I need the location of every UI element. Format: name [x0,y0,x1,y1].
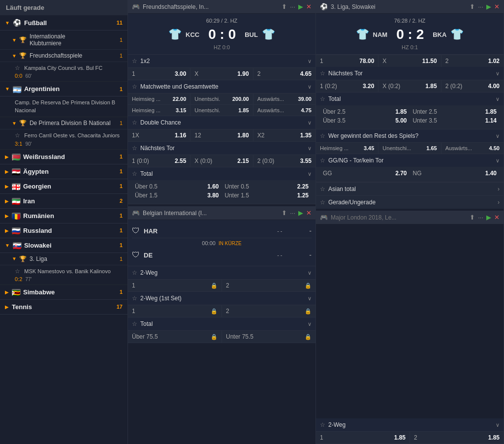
sidebar-item-agypten[interactable]: ▶ 🇪🇬 Ägypten 1 [0,164,127,179]
odds-cell[interactable]: 1 3.00 [128,68,190,80]
total-cell[interactable]: Unter 3.5 1.14 [410,117,500,124]
star-icon[interactable]: ☆ [132,320,137,327]
odds-cell[interactable]: Auswärts... 4.50 [441,143,504,154]
odds-cell[interactable]: X (0:2) 1.85 [378,80,441,92]
odds-cell[interactable]: X (0:0) 2.15 [190,155,253,167]
section-header-matchwette[interactable]: ☆ Matchwette und Gesamtwette ∨ [128,80,315,93]
star-icon[interactable]: ☆ [15,64,20,71]
odds-cell[interactable]: X2 1.35 [253,129,315,141]
sidebar-item-weissrussland[interactable]: ▶ 🇧🇾 Weißrussland 1 [0,150,127,164]
total-cell[interactable]: Unter 0.5 2.25 [222,183,312,190]
sidebar-item-internationale[interactable]: ▼ 🏆 InternationaleKlubturniere 1 [0,31,127,50]
sidebar-item-freundschaftsspiele[interactable]: ▼ 🏆 Freundschaftsspiele 1 [0,50,127,62]
odds-cell[interactable]: 1 (0:0) 2.55 [128,155,190,167]
section-header-dc[interactable]: ☆ Double Chance ∨ [128,116,315,129]
odds-cell[interactable]: 2 4.65 [253,68,315,80]
match-msk[interactable]: ☆ MSK Namestovo vs. Banik Kalinovo 0:2 7… [0,265,127,285]
star-icon[interactable]: ☆ [320,157,325,164]
sidebar-item-iran[interactable]: ▶ 🇮🇷 Iran 2 [0,194,127,209]
total-cell[interactable]: Unter 1.5 1.25 [222,192,312,199]
close-btn[interactable]: ✕ [306,3,312,10]
odds-cell[interactable]: Heimsieg ... 22.00 [128,94,190,104]
odds-cell[interactable]: 2 🔒 [222,305,315,317]
odds-cell[interactable]: 2 (0:0) 3.55 [253,155,315,167]
odds-cell[interactable]: Heimsieg ... 3.15 [128,105,190,116]
total-cell[interactable]: Über 1.5 3.80 [132,192,222,199]
sidebar-item-georgien[interactable]: ▶ 🇬🇪 Georgien 1 [0,179,127,194]
section-gerade-ungerade[interactable]: ☆ Gerade/Ungerade › [316,195,504,209]
star-icon[interactable]: ☆ [320,132,325,139]
play-btn[interactable]: ▶ [298,3,303,10]
more-btn[interactable]: ··· [478,214,483,221]
odds-cell[interactable]: Auswärts... 4.75 [253,105,315,116]
odds-cell[interactable]: 1 (0:2) 3.20 [316,80,378,92]
total-cell[interactable]: Über 2.5 1.85 [320,108,410,115]
odds-cell[interactable]: 2 1.85 [410,432,504,444]
upload-btn[interactable]: ⬆ [470,3,475,10]
play-btn[interactable]: ▶ [486,214,491,221]
sidebar-item-simbabwe[interactable]: ▶ 🇿🇼 Simbabwe 1 [0,285,127,300]
close-btn[interactable]: ✕ [306,209,312,217]
total-cell[interactable]: Über 3.5 5.00 [320,117,410,124]
section-header-nt[interactable]: ☆ Nächstes Tor ∨ [128,142,315,155]
sidebar-item-russland[interactable]: ▶ 🇷🇺 Russland 1 [0,223,127,238]
odds-cell[interactable]: 12 1.80 [190,129,253,141]
star-icon[interactable]: ☆ [320,186,325,192]
section-header-gg[interactable]: ☆ GG/NG - Tor/kein Tor ∨ [316,154,504,167]
star-icon[interactable]: ☆ [320,199,325,206]
match-camp-reserva[interactable]: Camp. De Reserva De Primera Division B N… [0,96,127,117]
odds-cell[interactable]: 2 (0:2) 4.00 [441,80,504,92]
sidebar-item-argentinien[interactable]: ▼ 🇦🇷 Argentinien 1 [0,82,127,96]
section-header-nt-r[interactable]: ☆ Nächstes Tor ∨ [316,67,504,80]
star-icon[interactable]: ☆ [132,170,137,177]
match-ferro[interactable]: ☆ Ferro Carril Oeste vs. Chacarita Junio… [0,129,127,149]
star-icon[interactable]: ☆ [132,119,137,126]
more-btn[interactable]: ··· [290,209,295,217]
star-icon[interactable]: ☆ [320,70,325,77]
odds-cell[interactable]: 1 78.00 [316,55,378,67]
play-btn[interactable]: ▶ [486,3,491,10]
section-header-total-r[interactable]: ☆ Total ∨ [316,93,504,105]
total-cell[interactable]: NG 1.40 [410,170,500,177]
odds-cell[interactable]: Unentschi. 200.00 [190,94,253,104]
odds-cell[interactable]: 1 🔒 [128,280,222,291]
sidebar-item-3liga-sk[interactable]: ▼ 🏆 3. Liga 1 [0,253,127,265]
odds-cell[interactable]: Heimsieg ... 3.45 [316,143,378,154]
star-icon[interactable]: ☆ [132,83,137,90]
close-btn[interactable]: ✕ [494,214,500,221]
total-cell[interactable]: Über 0.5 1.60 [132,183,222,190]
sidebar-item-3liga-arg[interactable]: ▼ 🏆 De Primera Division B National 1 [0,117,127,129]
section-header-2weg[interactable]: ☆ 2-Weg ∨ [128,266,315,279]
match-kampala[interactable]: ☆ Kampala City Council vs. Bul FC 0:0 60… [0,62,127,82]
section-header-total-belgian[interactable]: ☆ Total ∨ [128,317,315,330]
star-icon[interactable]: ☆ [320,421,325,428]
play-btn[interactable]: ▶ [298,209,303,217]
odds-cell[interactable]: 2 🔒 [222,280,315,291]
star-icon[interactable]: ☆ [132,269,137,276]
odds-cell[interactable]: Über 75.5 🔒 [128,331,222,343]
odds-cell[interactable]: Auswärts... 39.00 [253,94,315,104]
section-header-total[interactable]: ☆ Total ∨ [128,167,315,180]
upload-btn[interactable]: ⬆ [282,209,287,217]
odds-cell[interactable]: 1X 1.16 [128,129,190,141]
section-header-wg[interactable]: ☆ Wer gewinnt den Rest des Spiels? ∨ [316,129,504,142]
total-cell[interactable]: GG 2.70 [320,170,410,177]
star-icon[interactable]: ☆ [132,145,137,152]
star-icon[interactable]: ☆ [132,295,137,302]
more-btn[interactable]: ··· [478,3,483,10]
more-btn[interactable]: ··· [290,3,295,10]
odds-cell[interactable]: X 1.90 [190,68,253,80]
upload-btn[interactable]: ⬆ [470,214,475,221]
star-icon[interactable]: ☆ [320,95,325,102]
star-icon[interactable]: ☆ [132,58,137,64]
star-icon[interactable]: ☆ [15,132,20,139]
odds-cell[interactable]: X 11.50 [378,55,441,67]
odds-cell[interactable]: 1 1.85 [316,432,410,444]
upload-btn[interactable]: ⬆ [282,3,287,10]
close-btn[interactable]: ✕ [494,3,500,10]
star-icon[interactable]: ☆ [15,268,20,275]
odds-cell[interactable]: 2 1.02 [441,55,504,67]
odds-cell[interactable]: Unentschi... 1.65 [378,143,441,154]
section-header-2weg-1st[interactable]: ☆ 2-Weg (1st Set) ∨ [128,292,315,305]
sidebar-item-tennis[interactable]: ▶ Tennis 17 [0,300,127,315]
